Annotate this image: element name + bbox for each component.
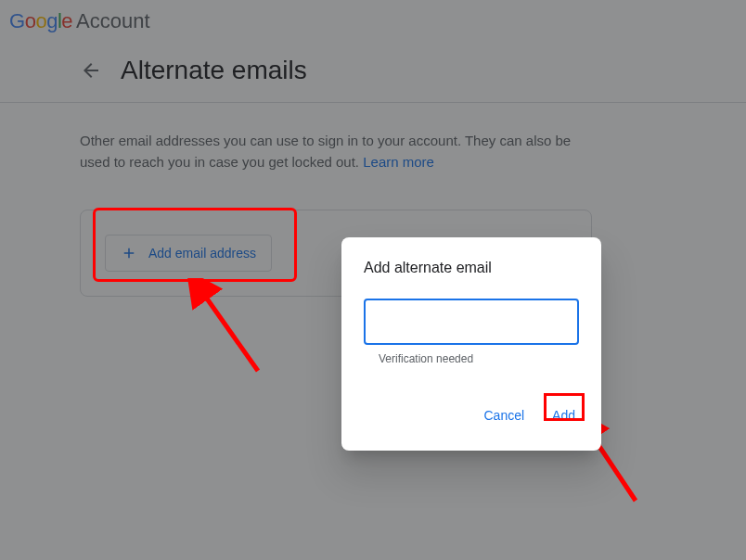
add-button[interactable]: Add: [548, 402, 579, 428]
dialog-title: Add alternate email: [364, 260, 579, 276]
add-alternate-email-dialog: Add alternate email Verification needed …: [341, 237, 601, 451]
alternate-email-input[interactable]: [364, 299, 579, 345]
dialog-actions: Cancel Add: [364, 402, 579, 428]
cancel-button[interactable]: Cancel: [480, 402, 528, 428]
input-helper-text: Verification needed: [379, 352, 579, 365]
